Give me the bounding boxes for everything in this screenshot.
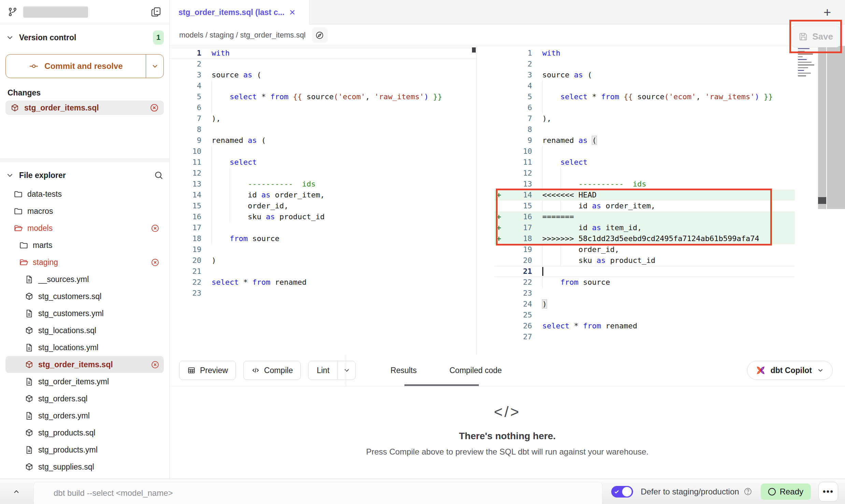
code-line-23: 23 <box>170 288 476 299</box>
chevron-down-icon <box>343 367 350 374</box>
file-name: stg_order_items.sql <box>38 360 113 369</box>
file-name: models <box>27 224 53 233</box>
chevron-down-icon <box>5 33 14 42</box>
diff-added-marker <box>495 80 506 91</box>
code-line-20: 20 sku as product_id <box>495 255 795 266</box>
more-options-button[interactable]: ••• <box>818 482 838 502</box>
help-icon[interactable] <box>743 487 753 496</box>
editor-right-pane[interactable]: 1with23source as (45 select * from {{ so… <box>477 46 845 355</box>
diff-added-marker <box>495 179 506 190</box>
diff-added-marker <box>495 321 506 331</box>
tab-results[interactable]: Results <box>390 366 417 375</box>
tab-stg-order-items[interactable]: stg_order_items.sql (last c... × <box>170 0 310 25</box>
discard-change-icon[interactable] <box>151 258 160 267</box>
expand-command-bar-icon[interactable] <box>9 484 24 499</box>
tree-item-stg_supplies.sql[interactable]: stg_supplies.sql <box>5 458 164 475</box>
search-icon[interactable] <box>154 170 164 180</box>
line-number: 19 <box>506 244 532 255</box>
line-number: 15 <box>176 201 201 211</box>
tree-item-marts[interactable]: marts <box>5 237 164 254</box>
commit-options-chevron[interactable] <box>146 55 163 78</box>
editor-split: 1with23source as (45 select * from {{ so… <box>170 46 845 355</box>
folder-icon <box>14 207 23 216</box>
compass-icon <box>315 31 324 40</box>
code-line-19: 19 <box>170 244 476 255</box>
diff-added-marker <box>495 277 506 288</box>
editor-scrollbar[interactable] <box>818 46 827 209</box>
editor-left-pane[interactable]: 1with23source as (45 select * from {{ so… <box>170 46 477 355</box>
code-line-16: +16======= <box>495 211 795 222</box>
line-number: 20 <box>176 255 201 266</box>
tree-item-stg_products.yml[interactable]: stg_products.yml <box>5 441 164 458</box>
diff-added-marker: + <box>495 190 506 201</box>
changed-file-row[interactable]: stg_order_items.sql <box>5 101 164 115</box>
discard-change-icon[interactable] <box>151 224 160 233</box>
minimap[interactable] <box>795 46 818 209</box>
file-name: stg_orders.sql <box>38 394 87 403</box>
diff-added-marker <box>495 168 506 179</box>
close-icon[interactable]: × <box>289 7 296 17</box>
code-line-18: +18>>>>>>> 58c1dd23d5eebd9cd2495fa7124ab… <box>495 233 795 244</box>
tree-item-models[interactable]: models <box>5 220 164 237</box>
tree-item-stg_customers.sql[interactable]: stg_customers.sql <box>5 288 164 305</box>
tree-item-stg_products.sql[interactable]: stg_products.sql <box>5 424 164 441</box>
defer-toggle[interactable] <box>611 486 633 498</box>
git-commit-icon <box>29 61 39 71</box>
lint-button[interactable]: Lint <box>309 361 338 380</box>
tree-item-data-tests[interactable]: data-tests <box>5 186 164 203</box>
folder-icon <box>14 190 23 199</box>
tab-compiled-code[interactable]: Compiled code <box>449 366 502 375</box>
tree-item-__sources.yml[interactable]: __sources.yml <box>5 271 164 288</box>
code-icon <box>251 366 260 375</box>
compile-button[interactable]: Compile <box>243 361 301 380</box>
code-line-22: 22select * from renamed <box>170 277 476 288</box>
line-number: 8 <box>176 124 201 135</box>
line-number: 13 <box>176 179 201 190</box>
tree-item-stg_customers.yml[interactable]: stg_customers.yml <box>5 305 164 322</box>
file-name: stg_locations.yml <box>38 343 98 352</box>
branch-name-redacted[interactable] <box>23 6 88 18</box>
tree-item-stg_order_items.yml[interactable]: stg_order_items.yml <box>5 373 164 390</box>
diff-added-marker <box>495 157 506 168</box>
scrollbar-thumb[interactable] <box>818 197 826 204</box>
dbt-copilot-logo-icon <box>756 365 766 375</box>
code-line-8: 8 <box>495 124 795 135</box>
save-button[interactable]: Save <box>791 26 840 47</box>
folder-open-icon <box>14 224 23 233</box>
preview-button[interactable]: Preview <box>179 361 236 380</box>
explore-lineage-button[interactable] <box>312 27 328 43</box>
discard-change-icon[interactable] <box>149 103 159 113</box>
doc-icon <box>25 377 34 386</box>
tree-item-staging[interactable]: staging <box>5 254 164 271</box>
tree-item-stg_orders.yml[interactable]: stg_orders.yml <box>5 407 164 424</box>
line-number: 15 <box>506 201 532 211</box>
diff-added-marker <box>495 331 506 342</box>
command-input[interactable]: dbt build --select <model_name> <box>33 482 602 504</box>
commit-and-resolve-button[interactable]: Commit and resolve <box>6 55 146 78</box>
line-number: 18 <box>506 233 532 244</box>
copy-files-icon[interactable] <box>150 6 162 18</box>
file-name: stg_customers.yml <box>38 309 104 318</box>
code-line-6: 6 <box>495 102 795 113</box>
file-name: data-tests <box>27 190 62 199</box>
line-number: 16 <box>176 211 201 222</box>
file-explorer-header[interactable]: File explorer <box>5 168 164 183</box>
tree-item-stg_order_items.sql[interactable]: stg_order_items.sql <box>5 356 164 373</box>
file-name: marts <box>33 241 53 250</box>
empty-state-title: There's nothing here. <box>459 431 556 442</box>
new-tab-button[interactable]: + <box>820 5 835 20</box>
dbt-ide-app: Version control 1 Commit and resolve <box>0 0 845 504</box>
code-line-3: 3source as ( <box>170 70 476 80</box>
diff-added-marker <box>495 288 506 299</box>
panel-scrollbar[interactable] <box>827 46 845 209</box>
model-cube-icon <box>10 103 19 113</box>
tree-item-macros[interactable]: macros <box>5 203 164 220</box>
discard-change-icon[interactable] <box>151 360 160 369</box>
tree-item-stg_locations.yml[interactable]: stg_locations.yml <box>5 339 164 356</box>
tree-item-stg_orders.sql[interactable]: stg_orders.sql <box>5 390 164 407</box>
code-line-4: 4 <box>170 80 476 91</box>
lint-options-chevron[interactable] <box>338 361 355 380</box>
version-control-header[interactable]: Version control 1 <box>5 30 164 45</box>
dbt-copilot-button[interactable]: dbt Copilot <box>747 361 833 380</box>
tree-item-stg_locations.sql[interactable]: stg_locations.sql <box>5 322 164 339</box>
